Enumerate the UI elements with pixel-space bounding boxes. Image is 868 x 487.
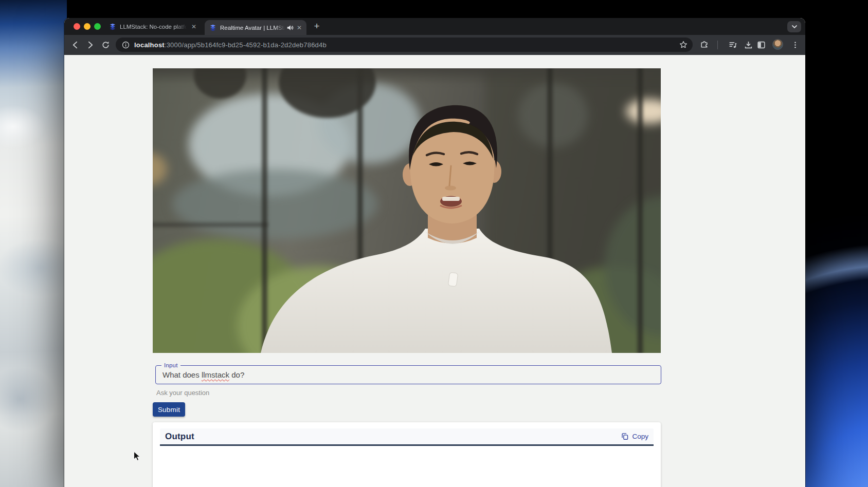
browser-window: LLMStack: No-code platform ✕ Realtime Av…: [64, 18, 805, 487]
tab-strip: LLMStack: No-code platform ✕ Realtime Av…: [64, 18, 805, 35]
tab-llmstack-home[interactable]: LLMStack: No-code platform ✕: [104, 18, 201, 35]
tab-close-icon[interactable]: ✕: [191, 24, 196, 30]
site-info-icon[interactable]: [122, 41, 130, 49]
copy-button[interactable]: Copy: [621, 433, 648, 440]
tab-title: LLMStack: No-code platform: [120, 24, 188, 30]
question-input[interactable]: Input What does llmstack do?: [155, 365, 661, 384]
tab-audio-icon[interactable]: [286, 24, 294, 31]
toolbar-separator: [717, 41, 718, 49]
traffic-lights: [74, 23, 101, 30]
profile-avatar[interactable]: [772, 39, 783, 50]
forward-button[interactable]: [84, 39, 96, 51]
earth-surface-image: [0, 0, 67, 487]
input-helper-text: Ask your question: [156, 389, 209, 397]
output-title: Output: [165, 432, 194, 442]
output-header: Output Copy: [160, 428, 654, 446]
address-bar[interactable]: localhost:3000/app/5b164fc9-bd25-4592-b1…: [116, 38, 693, 52]
back-button[interactable]: [69, 39, 81, 51]
minimize-window-button[interactable]: [84, 23, 91, 30]
download-icon[interactable]: [742, 39, 754, 51]
menu-kebab-icon[interactable]: [789, 39, 801, 51]
chevron-down-icon: [791, 25, 798, 29]
mouse-cursor: [133, 451, 141, 461]
tab-overflow-button[interactable]: [787, 21, 801, 32]
extensions-icon[interactable]: [698, 39, 710, 51]
tab-realtime-avatar[interactable]: Realtime Avatar | LLMStac ✕: [205, 20, 306, 35]
output-card: Output Copy: [153, 422, 661, 487]
reload-button[interactable]: [99, 39, 112, 51]
input-value-misspelled-word: llmstack: [202, 370, 229, 379]
url-host: localhost: [134, 41, 165, 49]
new-tab-button[interactable]: +: [310, 19, 323, 33]
side-panel-icon[interactable]: [755, 39, 767, 51]
copy-icon: [621, 433, 629, 440]
realtime-avatar-video[interactable]: [153, 68, 661, 353]
close-window-button[interactable]: [74, 23, 80, 30]
url-path: :3000/app/5b164fc9-bd25-4592-b1da-2d2deb…: [165, 41, 327, 49]
input-value-prefix: What does: [162, 370, 202, 379]
llmstack-logo-icon: [109, 23, 116, 30]
url-text: localhost:3000/app/5b164fc9-bd25-4592-b1…: [134, 41, 327, 49]
copy-button-label: Copy: [632, 433, 648, 440]
avatar-person: [153, 68, 661, 353]
bookmark-star-icon[interactable]: [679, 41, 688, 49]
media-controls-icon[interactable]: [727, 39, 739, 51]
tab-title: Realtime Avatar | LLMStac: [220, 25, 286, 31]
input-value-suffix: do?: [229, 370, 244, 379]
submit-button[interactable]: Submit: [153, 402, 185, 417]
input-value: What does llmstack do?: [162, 366, 244, 384]
app-page: Input What does llmstack do? Ask your qu…: [64, 55, 805, 487]
tab-close-icon[interactable]: ✕: [297, 25, 302, 31]
zoom-window-button[interactable]: [94, 23, 101, 30]
browser-toolbar: localhost:3000/app/5b164fc9-bd25-4592-b1…: [64, 35, 805, 55]
llmstack-logo-icon: [209, 24, 216, 31]
